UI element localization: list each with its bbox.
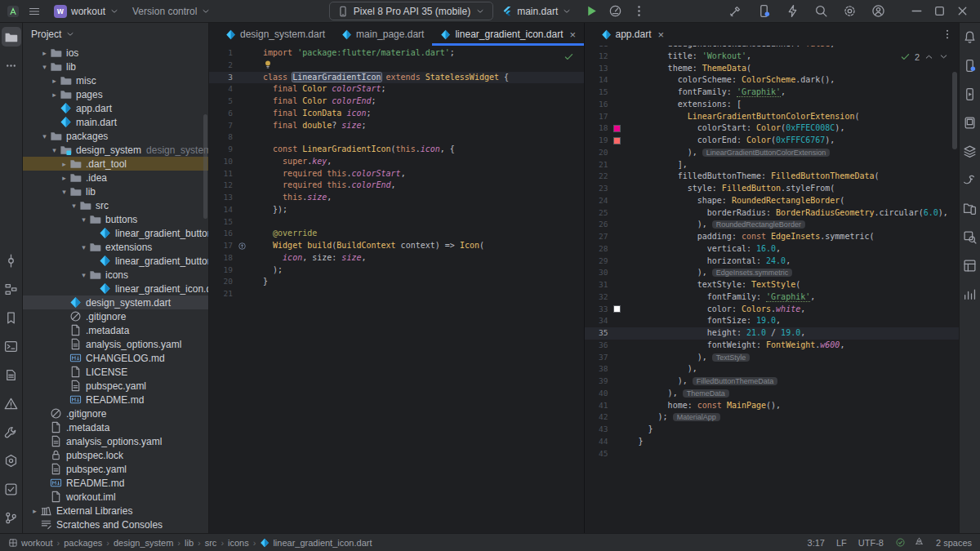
code-line-31[interactable]: 31 textStyle: TextStyle( (585, 279, 960, 291)
line-number[interactable]: 12 (209, 180, 235, 192)
line-number[interactable]: 43 (585, 424, 611, 436)
line-number[interactable]: 17 (585, 111, 611, 123)
tree-item-pubspec.yaml[interactable]: pubspec.yaml (23, 379, 208, 393)
more-vertical-button[interactable] (627, 2, 651, 21)
code-line-39[interactable]: 39 ), FilledButtonThemeData (585, 375, 960, 388)
toolwindow-problems-button[interactable] (2, 393, 21, 413)
toolwindow-terminal-button[interactable] (2, 336, 21, 356)
code-line-2[interactable]: 2 (209, 60, 584, 72)
line-number[interactable]: 16 (585, 99, 611, 111)
tree-item-analysis-options.yaml[interactable]: analysis_options.yaml (23, 337, 208, 351)
code-line-18[interactable]: 18 icon, size: size, (209, 252, 584, 264)
line-number[interactable]: 35 (585, 327, 611, 340)
tab-linear-gradient-icon.dart[interactable]: linear_gradient_icon.dart× (432, 23, 584, 46)
tree-item-extensions[interactable]: ▾extensions (23, 240, 208, 254)
line-number[interactable]: 21 (585, 159, 611, 171)
line-number[interactable]: 11 (209, 168, 235, 180)
tree-item-design-system[interactable]: ▾design_systemdesign_system/lib (23, 143, 208, 157)
line-number[interactable]: 20 (585, 147, 611, 159)
line-number[interactable]: 16 (209, 228, 235, 240)
toolwindow-gradle-button[interactable] (960, 170, 980, 189)
search-button[interactable] (809, 2, 833, 21)
code-line-12[interactable]: 12 required this.colorEnd, (209, 180, 584, 192)
editor-left[interactable]: 1import 'package:flutter/material.dart';… (209, 46, 584, 533)
device-manager-button[interactable] (752, 2, 776, 21)
breadcrumb-linear-gradient-icon.dart[interactable]: linear_gradient_icon.dart (260, 538, 372, 548)
code-line-28[interactable]: 28 vertical: 16.0, (585, 243, 960, 256)
code-line-4[interactable]: 4 final Color colorStart; (209, 83, 584, 96)
code-line-17[interactable]: 17 Widget build(BuildContext context) =>… (209, 240, 584, 252)
breadcrumb-icons[interactable]: icons (228, 538, 249, 548)
code-line-17[interactable]: 17 LinearGradientButtonColorExtension( (585, 111, 960, 123)
tree-item-design-system.dart[interactable]: design_system.dart (23, 295, 208, 309)
line-number[interactable]: 18 (209, 252, 235, 264)
code-line-21[interactable]: 21 ], (585, 159, 960, 171)
code-line-11[interactable]: 11 required this.colorStart, (209, 168, 584, 180)
line-number[interactable]: 4 (209, 83, 235, 96)
line-number[interactable]: 24 (585, 195, 611, 207)
breadcrumb-packages[interactable]: packages (64, 538, 102, 548)
code-line-35[interactable]: 35 height: 21.0 / 19.0, (585, 327, 960, 340)
line-number[interactable]: 19 (585, 135, 611, 147)
caret-position[interactable]: 3:17 (808, 538, 825, 548)
toolwindow-version-control-button[interactable] (2, 508, 21, 527)
code-line-36[interactable]: 36 fontWeight: FontWeight.w600, (585, 340, 960, 352)
line-number[interactable]: 10 (209, 156, 235, 168)
line-number[interactable]: 15 (585, 87, 611, 99)
run-button[interactable] (580, 2, 604, 21)
collapse-arrow-icon[interactable]: ▾ (39, 132, 50, 140)
tree-item-scratches-and-consoles[interactable]: Scratches and Consoles (23, 518, 208, 531)
line-number[interactable]: 34 (585, 315, 611, 327)
tab-design-system.dart[interactable]: design_system.dart (217, 23, 333, 46)
maximize-button[interactable] (928, 2, 951, 21)
collapse-arrow-icon[interactable]: ▾ (59, 188, 69, 196)
project-selector[interactable]: w workout (49, 2, 124, 21)
toolwindow-commit-button[interactable] (2, 251, 21, 270)
device-selector[interactable]: Pixel 8 Pro API 35 (mobile) (329, 2, 493, 20)
code-line-25[interactable]: 25 borderRadius: BorderRadiusGeometry.ci… (585, 207, 960, 220)
code-line-41[interactable]: 41 home: const MainPage(), (585, 400, 960, 412)
toolwindow-structure-button[interactable] (2, 279, 21, 299)
editor-scrollbar[interactable] (952, 72, 957, 149)
toolwindow-layers-button[interactable] (960, 141, 980, 161)
tree-item-.metadata[interactable]: .metadata (23, 323, 208, 337)
toolwindow-emulator-button[interactable] (960, 113, 980, 132)
code-line-1[interactable]: 1import 'package:flutter/material.dart'; (209, 47, 584, 60)
toolwindow-todo-button[interactable] (2, 479, 21, 499)
line-number[interactable]: 20 (209, 276, 235, 288)
main-menu-button[interactable] (23, 2, 46, 21)
run-config-selector[interactable]: main.dart (497, 2, 577, 21)
line-number[interactable]: 38 (585, 363, 611, 375)
code-line-9[interactable]: 9 const LinearGradientIcon(this.icon, { (209, 144, 584, 156)
line-separator[interactable]: LF (836, 538, 847, 548)
line-number[interactable]: 13 (209, 192, 235, 204)
line-number[interactable]: 27 (585, 231, 611, 243)
breadcrumb-src[interactable]: src (205, 538, 217, 548)
line-number[interactable]: 2 (209, 60, 235, 72)
close-tab-button[interactable]: × (570, 29, 577, 40)
toolwindow-app-inspection-button[interactable] (960, 227, 980, 247)
tree-item-app.dart[interactable]: app.dart (23, 101, 208, 115)
toolwindow-layout-inspector-button[interactable] (960, 256, 980, 275)
code-line-13[interactable]: 13 theme: ThemeData( (585, 63, 960, 75)
line-number[interactable]: 31 (585, 279, 611, 291)
line-number[interactable]: 33 (585, 304, 611, 316)
line-number[interactable]: 15 (209, 216, 235, 229)
line-number[interactable]: 12 (585, 51, 611, 63)
code-line-22[interactable]: 22 filledButtonTheme: FilledButtonThemeD… (585, 171, 960, 183)
line-number[interactable]: 5 (209, 96, 235, 108)
tree-item-readme.md[interactable]: README.md (23, 476, 208, 490)
expand-arrow-icon[interactable]: ▸ (59, 160, 69, 168)
code-line-7[interactable]: 7 final double? size; (209, 120, 584, 132)
breadcrumb-lib[interactable]: lib (185, 538, 194, 548)
profiler-button[interactable] (604, 2, 627, 21)
toolwindow-device-file-explorer-button[interactable] (960, 198, 980, 218)
toolwindow-notifications-button[interactable] (960, 27, 980, 47)
inspections-widget-right[interactable]: 2 (900, 51, 949, 62)
minimize-button[interactable] (905, 2, 928, 21)
tree-item-lib[interactable]: ▾lib (23, 184, 208, 198)
tree-item-src[interactable]: ▾src (23, 198, 208, 212)
code-line-33[interactable]: 33 color: Colors.white, (585, 304, 960, 316)
toolwindow-device-manager-button[interactable] (960, 56, 980, 75)
tab-app.dart[interactable]: app.dart× (593, 23, 673, 46)
